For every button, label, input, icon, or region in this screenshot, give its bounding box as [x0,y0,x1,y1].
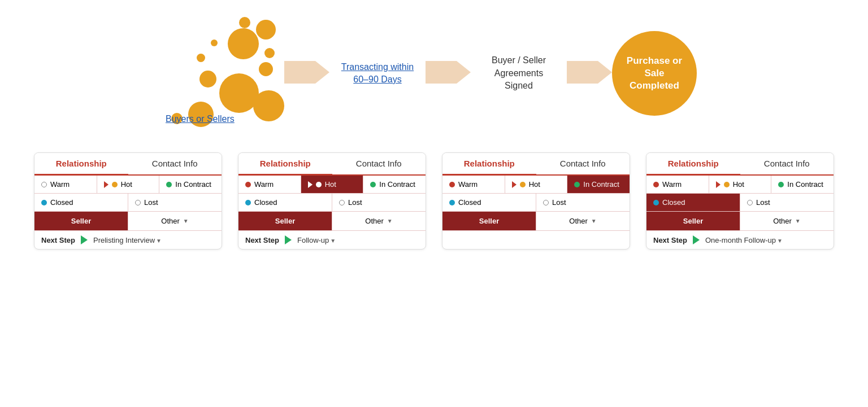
dot-closed-active [653,200,659,205]
next-step-value-2[interactable]: Follow-up▼ [297,236,336,244]
label-contract: In Contract [787,180,823,189]
cards-section: Relationship Contact Info Warm Hot In Co… [0,141,868,261]
label-seller: Seller [683,217,703,225]
dot-warm-filled [449,182,455,187]
card-4-tab-contact-info[interactable]: Contact Info [740,153,834,174]
card-1-status-row-2: Closed Lost [34,194,222,212]
card-3-seller-btn[interactable]: Seller [442,212,536,230]
card-1-tab-contact-info[interactable]: Contact Info [128,153,222,174]
bubble [259,62,273,76]
label-other: Other [161,217,180,225]
other-dropdown-icon: ▼ [387,218,393,224]
dot-contract [370,182,376,187]
card-3-status-lost[interactable]: Lost [536,194,630,211]
card-1-seller-row: Seller Other ▼ [34,212,222,231]
svg-marker-1 [426,61,471,84]
card-3-tab-contact-info[interactable]: Contact Info [536,153,630,174]
card-1-status-closed[interactable]: Closed [34,194,128,211]
card-4: Relationship Contact Info Warm Hot In Co… [646,152,834,250]
stage-transacting: Transacting within60–90 Days [329,61,426,86]
card-3-other-btn[interactable]: Other ▼ [536,212,630,230]
label-contract: In Contract [379,180,415,189]
card-2-status-closed[interactable]: Closed [238,194,332,211]
card-2-seller-btn[interactable]: Seller [238,212,332,230]
card-2-status-lost[interactable]: Lost [332,194,426,211]
card-1-next-step-row: Next Step Prelisting Interview▼ [34,231,222,249]
next-step-arrow-icon-4 [693,235,700,244]
card-4-other-btn[interactable]: Other ▼ [740,212,834,230]
bubble [239,17,250,28]
card-2-status-contract[interactable]: In Contract [363,176,426,193]
card-3-seller-row: Seller Other ▼ [442,212,630,231]
card-1-other-btn[interactable]: Other ▼ [128,212,222,230]
next-step-arrow-icon-2 [285,235,292,244]
card-2-status-hot[interactable]: Hot [301,176,364,193]
card-4-seller-btn[interactable]: Seller [646,212,740,230]
next-step-value-1[interactable]: Prelisting Interview▼ [93,236,162,244]
label-contract: In Contract [175,180,211,189]
card-1-status-warm[interactable]: Warm [34,176,97,193]
pipeline-section: Buyers or Sellers Transacting within60–9… [0,0,868,135]
nextstep-dropdown-icon-4: ▼ [777,238,783,244]
card-4-status-contract[interactable]: In Contract [771,176,834,193]
card-2: Relationship Contact Info Warm Hot In Co… [238,152,426,250]
card-2-tab-relationship[interactable]: Relationship [238,153,332,176]
card-4-status-hot[interactable]: Hot [709,176,772,193]
card-3-status-hot[interactable]: Hot [505,176,568,193]
label-contract: In Contract [583,180,619,189]
dot-lost-empty [747,200,753,205]
arrow-hot [104,181,108,188]
pipeline-arrow-3 [567,55,612,91]
bubble [211,40,218,46]
card-3-status-contract[interactable]: In Contract [567,176,630,193]
card-3-tab-relationship[interactable]: Relationship [442,153,536,176]
buyers-sellers-stage: Buyers or Sellers [171,17,284,130]
stage-label-completed: Purchase orSaleCompleted [627,55,682,92]
card-3-next-step-row [442,231,630,240]
bubble [256,20,276,40]
card-1-tab-relationship[interactable]: Relationship [34,153,128,176]
card-2-seller-row: Seller Other ▼ [238,212,426,231]
label-seller: Seller [479,217,499,225]
stage-agreements: Buyer / SellerAgreementsSigned [471,54,567,92]
label-lost: Lost [756,198,770,207]
card-3-status-warm[interactable]: Warm [442,176,505,193]
card-2-other-btn[interactable]: Other ▼ [332,212,426,230]
card-4-status-lost[interactable]: Lost [740,194,834,211]
label-warm: Warm [50,180,70,189]
card-1-status-hot[interactable]: Hot [97,176,160,193]
arrow-hot [716,181,721,188]
card-4-next-step-row: Next Step One-month Follow-up▼ [646,231,834,249]
svg-marker-0 [284,61,329,84]
card-4-status-row-2: Closed Lost [646,194,834,212]
card-2-status-row-1: Warm Hot In Contract [238,176,426,194]
stage-label-agreements: Buyer / SellerAgreementsSigned [492,54,546,92]
dot-contract [166,182,172,187]
card-1-seller-btn[interactable]: Seller [34,212,128,230]
label-other: Other [569,217,588,225]
dot-warm-filled [245,182,251,187]
card-1-status-lost[interactable]: Lost [128,194,222,211]
card-4-status-warm[interactable]: Warm [646,176,709,193]
card-1-status-contract[interactable]: In Contract [159,176,222,193]
card-2-status-warm[interactable]: Warm [238,176,301,193]
bubble [228,28,259,59]
stage-label-transacting: Transacting within60–90 Days [341,61,414,86]
card-4-tab-relationship[interactable]: Relationship [646,153,740,176]
label-lost: Lost [348,198,362,207]
bubble [253,90,284,121]
card-2-tab-contact-info[interactable]: Contact Info [332,153,426,174]
card-4-status-closed[interactable]: Closed [646,194,740,211]
dot-closed [41,200,47,205]
dot-closed [449,200,455,205]
dot-closed [245,200,251,205]
stage-completed: Purchase orSaleCompleted [612,31,697,116]
dot-contract [778,182,784,187]
arrow-hot-active [308,181,313,188]
card-3-status-closed[interactable]: Closed [442,194,536,211]
next-step-value-4[interactable]: One-month Follow-up▼ [705,236,783,244]
label-seller: Seller [275,217,295,225]
card-3-status-row-1: Warm Hot In Contract [442,176,630,194]
next-step-label-2: Next Step [245,236,279,244]
card-1-status-row-1: Warm Hot In Contract [34,176,222,194]
